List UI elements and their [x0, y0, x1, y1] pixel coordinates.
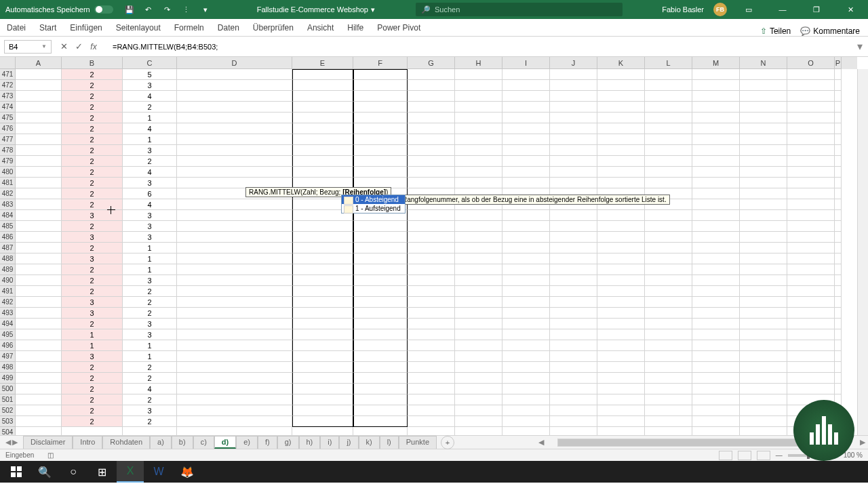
hscroll-right-icon[interactable]: ▶: [857, 438, 868, 447]
cell[interactable]: [408, 178, 455, 188]
cell[interactable]: 1: [62, 340, 123, 351]
cell[interactable]: 3: [123, 210, 177, 221]
cell[interactable]: [740, 275, 787, 286]
cell[interactable]: [550, 243, 597, 253]
cell[interactable]: [740, 188, 787, 199]
cell[interactable]: [597, 340, 645, 351]
dropdown-option-1[interactable]: 1 - Aufsteigend: [342, 204, 405, 213]
cell[interactable]: [787, 232, 835, 243]
cell[interactable]: [455, 221, 502, 232]
cell[interactable]: [550, 102, 597, 113]
cell[interactable]: [645, 329, 692, 340]
cell[interactable]: 5: [123, 69, 177, 80]
cell[interactable]: [740, 167, 787, 178]
cell[interactable]: [292, 69, 353, 80]
sheet-tab[interactable]: l): [380, 436, 399, 449]
row-header[interactable]: 481: [0, 178, 16, 188]
sheet-tab[interactable]: g): [277, 436, 299, 449]
cell[interactable]: [455, 427, 502, 435]
cell[interactable]: [455, 69, 502, 80]
cell[interactable]: [353, 405, 408, 416]
cell[interactable]: [692, 384, 740, 394]
cell[interactable]: [455, 264, 502, 275]
cell[interactable]: [408, 167, 455, 178]
cell[interactable]: [502, 297, 550, 308]
cell[interactable]: [835, 80, 842, 91]
cell[interactable]: [597, 221, 645, 232]
cell[interactable]: [353, 340, 408, 351]
cell[interactable]: [787, 69, 835, 80]
cell[interactable]: 2: [123, 297, 177, 308]
cell[interactable]: [455, 80, 502, 91]
sheet-tab[interactable]: Punkte: [399, 436, 437, 449]
cell[interactable]: [292, 405, 353, 416]
cell[interactable]: [502, 405, 550, 416]
cell[interactable]: [740, 221, 787, 232]
sheet-tab[interactable]: c): [193, 436, 214, 449]
cell[interactable]: [692, 362, 740, 373]
row-header[interactable]: 488: [0, 253, 16, 264]
cell[interactable]: [353, 264, 408, 275]
cell[interactable]: [455, 91, 502, 102]
cell[interactable]: [408, 297, 455, 308]
cell[interactable]: 2: [62, 167, 123, 178]
cell[interactable]: [597, 329, 645, 340]
cell[interactable]: [645, 405, 692, 416]
cell[interactable]: [740, 394, 787, 405]
cell[interactable]: [550, 264, 597, 275]
cell[interactable]: [408, 286, 455, 297]
row-header[interactable]: 499: [0, 373, 16, 384]
cell[interactable]: [597, 178, 645, 188]
cell[interactable]: 3: [123, 329, 177, 340]
cell[interactable]: [177, 253, 292, 264]
cell[interactable]: [353, 394, 408, 405]
cell[interactable]: [177, 91, 292, 102]
cell[interactable]: [353, 123, 408, 134]
nav-next-icon[interactable]: ▶: [12, 438, 18, 447]
cell[interactable]: [597, 232, 645, 243]
cell[interactable]: [645, 308, 692, 319]
cell[interactable]: 1: [62, 329, 123, 340]
cell[interactable]: [502, 286, 550, 297]
tab-seitenlayout[interactable]: Seitenlayout: [109, 20, 167, 36]
cell[interactable]: [692, 264, 740, 275]
cell[interactable]: [502, 156, 550, 167]
cell[interactable]: [455, 286, 502, 297]
cell[interactable]: [645, 134, 692, 145]
cell[interactable]: [502, 394, 550, 405]
col-header[interactable]: E: [292, 57, 353, 69]
cell[interactable]: [455, 156, 502, 167]
cell[interactable]: [455, 329, 502, 340]
cell[interactable]: [645, 427, 692, 435]
cell[interactable]: [550, 384, 597, 394]
cell[interactable]: [292, 340, 353, 351]
cell[interactable]: 2: [123, 308, 177, 319]
col-header[interactable]: N: [740, 57, 787, 69]
cell[interactable]: [597, 362, 645, 373]
cell[interactable]: 2: [62, 319, 123, 329]
sheet-tab[interactable]: Disclaimer: [23, 436, 73, 449]
cell[interactable]: [177, 167, 292, 178]
row-header[interactable]: 484: [0, 210, 16, 221]
cell[interactable]: [455, 113, 502, 123]
cell[interactable]: [740, 253, 787, 264]
col-header[interactable]: A: [16, 57, 62, 69]
cell[interactable]: [597, 210, 645, 221]
cell[interactable]: 2: [62, 384, 123, 394]
cell[interactable]: [408, 253, 455, 264]
cell[interactable]: [645, 373, 692, 384]
cell[interactable]: [692, 123, 740, 134]
cell[interactable]: [408, 362, 455, 373]
cell[interactable]: [455, 351, 502, 362]
cell[interactable]: [408, 134, 455, 145]
cell[interactable]: 4: [123, 384, 177, 394]
cell[interactable]: [787, 253, 835, 264]
cell[interactable]: [597, 319, 645, 329]
cell[interactable]: [16, 91, 62, 102]
cell[interactable]: [835, 308, 842, 319]
cell[interactable]: [835, 134, 842, 145]
cell[interactable]: 2: [123, 102, 177, 113]
cell[interactable]: [502, 243, 550, 253]
cell[interactable]: [16, 134, 62, 145]
cell[interactable]: [645, 384, 692, 394]
